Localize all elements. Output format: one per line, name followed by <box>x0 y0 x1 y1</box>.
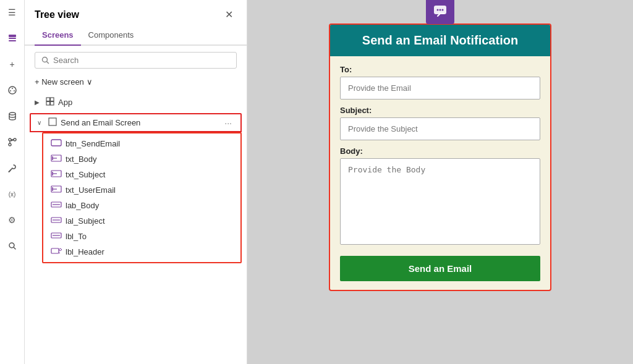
new-screen-arrow: ∨ <box>87 77 93 87</box>
lal-subject-label: lal_Subject <box>66 216 233 226</box>
lbl-header-label: lbl_Header <box>66 247 233 256</box>
email-form-card: Send an Email Notification To: Subject: … <box>329 23 551 291</box>
screen-row-wrapper: ∨ Send an Email Screen ··· <box>30 113 242 132</box>
tree-item-screen[interactable]: ∨ Send an Email Screen ··· <box>31 114 240 131</box>
search-box <box>35 52 237 69</box>
layers-icon[interactable] <box>5 31 20 46</box>
more-options-button[interactable]: ··· <box>222 118 234 128</box>
search-area <box>25 46 247 75</box>
icon-rail: ☰ + (x) ⚙ <box>0 0 25 364</box>
tree-item-txt-useremail[interactable]: txt_UserEmail <box>43 182 240 198</box>
new-screen-button[interactable]: + New screen ∨ <box>35 77 93 87</box>
svg-rect-0 <box>9 35 16 37</box>
btn-sendemail-label: btn_SendEmail <box>66 139 233 148</box>
svg-point-38 <box>440 9 441 11</box>
app-label: App <box>58 98 237 107</box>
svg-point-7 <box>9 112 15 115</box>
hamburger-icon[interactable]: ☰ <box>5 5 20 20</box>
search-icon <box>41 56 49 64</box>
card-body: To: Subject: Body: Send an Email <box>330 56 550 290</box>
settings-icon[interactable]: ⚙ <box>5 213 20 227</box>
svg-point-4 <box>12 88 13 89</box>
tree-title: Tree view <box>35 9 79 20</box>
lab-body-label: lab_Body <box>66 201 233 210</box>
subject-field-group: Subject: <box>340 106 540 140</box>
svg-rect-15 <box>46 102 50 106</box>
svg-point-8 <box>9 138 11 141</box>
new-screen-label: + New screen <box>35 77 84 87</box>
txt-useremail-label: txt_UserEmail <box>66 185 233 195</box>
svg-point-10 <box>9 143 11 146</box>
label3-icon <box>51 232 62 241</box>
edit-icon <box>51 247 62 256</box>
tree-item-lal-subject[interactable]: lal_Subject <box>43 213 240 229</box>
svg-point-9 <box>14 138 16 141</box>
send-email-button[interactable]: Send an Email <box>340 256 540 281</box>
body-textarea[interactable] <box>340 158 540 245</box>
search-bottom-icon[interactable] <box>5 239 20 253</box>
svg-point-11 <box>9 243 14 248</box>
wrench-icon[interactable] <box>5 161 20 176</box>
tree-panel: Tree view ✕ Screens Components + New scr… <box>25 0 247 364</box>
txt-body-label: txt_Body <box>66 154 233 164</box>
tree-item-lbl-to[interactable]: lbl_To <box>43 229 240 244</box>
tab-screens[interactable]: Screens <box>35 27 81 46</box>
form-title: Send an Email Notification <box>362 33 518 47</box>
label2-icon <box>51 216 62 226</box>
svg-point-6 <box>14 90 15 91</box>
app-icon <box>46 97 54 108</box>
tree-item-app[interactable]: ▶ App <box>25 94 247 111</box>
tree-item-lab-body[interactable]: lab_Body <box>43 198 240 213</box>
svg-rect-17 <box>49 118 56 125</box>
lbl-to-label: lbl_To <box>66 232 233 241</box>
children-group: btn_SendEmail txt_Body <box>42 132 242 263</box>
plus-icon[interactable]: + <box>5 57 20 72</box>
new-screen-row: + New screen ∨ <box>25 75 247 91</box>
svg-point-3 <box>9 87 16 94</box>
expand-arrow-app: ▶ <box>35 99 42 106</box>
main-area: Send an Email Notification To: Subject: … <box>247 0 633 364</box>
palette-icon[interactable] <box>5 83 20 98</box>
tabs-row: Screens Components <box>25 27 247 46</box>
to-input[interactable] <box>340 77 540 99</box>
svg-rect-1 <box>9 38 16 39</box>
search-input[interactable] <box>53 56 230 65</box>
svg-point-39 <box>442 9 444 11</box>
svg-rect-2 <box>9 40 16 41</box>
tree-content: ▶ App ∨ Send an Email Scre <box>25 91 247 364</box>
svg-point-37 <box>437 9 439 11</box>
to-label: To: <box>340 65 540 74</box>
svg-point-5 <box>10 90 11 91</box>
svg-rect-18 <box>51 140 61 146</box>
svg-rect-34 <box>51 248 59 253</box>
label-icon <box>51 201 62 210</box>
subject-label: Subject: <box>340 106 540 115</box>
to-field-group: To: <box>340 65 540 99</box>
screen-icon <box>48 117 57 128</box>
database-icon[interactable] <box>5 109 20 124</box>
tree-item-txt-subject[interactable]: txt_Subject <box>43 167 240 182</box>
card-header: Send an Email Notification <box>330 25 550 56</box>
screen-label: Send an Email Screen <box>61 118 218 127</box>
body-label: Body: <box>340 146 540 156</box>
branch-icon[interactable] <box>5 135 20 150</box>
body-field-group: Body: <box>340 146 540 247</box>
textinput2-icon <box>51 170 62 179</box>
tree-item-txt-body[interactable]: txt_Body <box>43 151 240 167</box>
tree-header: Tree view ✕ <box>25 0 247 27</box>
subject-input[interactable] <box>340 117 540 140</box>
variable-icon[interactable]: (x) <box>5 187 20 201</box>
tree-item-btn-sendemail[interactable]: btn_SendEmail <box>43 136 240 151</box>
tree-item-lbl-header[interactable]: lbl_Header <box>43 244 240 260</box>
button-icon <box>51 139 62 148</box>
textinput3-icon <box>51 185 62 195</box>
close-button[interactable]: ✕ <box>221 7 237 22</box>
chat-icon-button[interactable] <box>426 0 454 24</box>
svg-rect-14 <box>51 98 54 101</box>
txt-subject-label: txt_Subject <box>66 170 233 179</box>
svg-rect-13 <box>46 98 50 101</box>
textinput-icon <box>51 154 62 164</box>
tab-components[interactable]: Components <box>81 27 142 46</box>
expand-arrow-screen: ∨ <box>37 119 45 126</box>
svg-rect-16 <box>51 102 54 106</box>
